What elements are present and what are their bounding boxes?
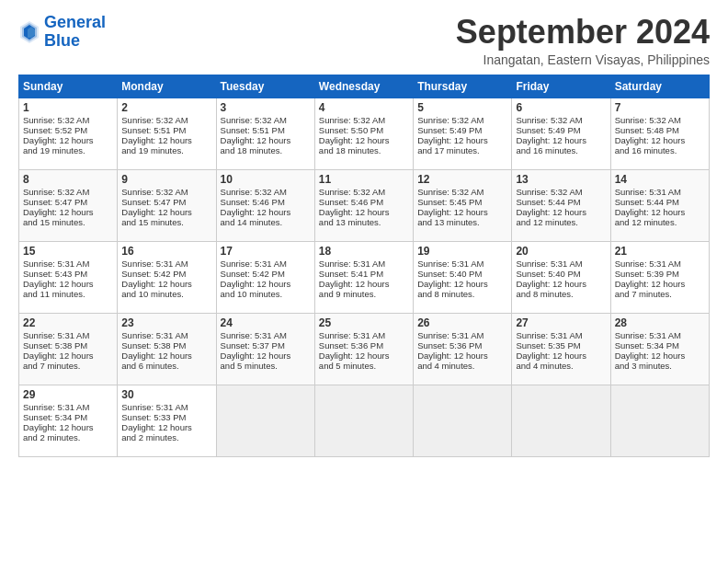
calendar-week-row: 22Sunrise: 5:31 AMSunset: 5:38 PMDayligh… bbox=[19, 313, 710, 385]
sunset-text: Sunset: 5:37 PM bbox=[221, 340, 311, 350]
sunset-text: Sunset: 5:40 PM bbox=[516, 269, 606, 279]
day-number: 29 bbox=[23, 388, 113, 401]
daylight-minutes: and 4 minutes. bbox=[417, 361, 507, 371]
day-number: 22 bbox=[23, 316, 113, 329]
calendar-table: Sunday Monday Tuesday Wednesday Thursday… bbox=[18, 75, 710, 457]
table-row: 5Sunrise: 5:32 AMSunset: 5:49 PMDaylight… bbox=[414, 98, 512, 169]
col-sunday: Sunday bbox=[19, 75, 118, 98]
calendar-header-row: Sunday Monday Tuesday Wednesday Thursday… bbox=[19, 75, 710, 98]
day-number: 13 bbox=[516, 173, 606, 186]
sunrise-text: Sunrise: 5:32 AM bbox=[23, 187, 113, 197]
daylight-minutes: and 19 minutes. bbox=[23, 145, 113, 155]
day-number: 21 bbox=[615, 245, 705, 258]
daylight-label: Daylight: 12 hours bbox=[23, 350, 113, 361]
sunset-text: Sunset: 5:40 PM bbox=[417, 269, 507, 279]
daylight-label: Daylight: 12 hours bbox=[615, 207, 705, 217]
calendar-week-row: 15Sunrise: 5:31 AMSunset: 5:43 PMDayligh… bbox=[19, 241, 710, 313]
daylight-label: Daylight: 12 hours bbox=[417, 350, 507, 361]
table-row: 4Sunrise: 5:32 AMSunset: 5:50 PMDaylight… bbox=[314, 98, 413, 169]
sunrise-text: Sunrise: 5:32 AM bbox=[516, 115, 606, 125]
sunset-text: Sunset: 5:51 PM bbox=[221, 125, 311, 135]
daylight-label: Daylight: 12 hours bbox=[121, 350, 211, 361]
sunrise-text: Sunrise: 5:32 AM bbox=[121, 115, 211, 125]
daylight-minutes: and 8 minutes. bbox=[417, 289, 507, 299]
sunrise-text: Sunrise: 5:31 AM bbox=[121, 330, 211, 340]
day-number: 30 bbox=[121, 388, 211, 401]
daylight-minutes: and 2 minutes. bbox=[121, 432, 211, 442]
day-number: 4 bbox=[319, 101, 409, 114]
daylight-label: Daylight: 12 hours bbox=[319, 135, 409, 145]
sunset-text: Sunset: 5:50 PM bbox=[319, 125, 409, 135]
daylight-label: Daylight: 12 hours bbox=[516, 279, 606, 289]
daylight-label: Daylight: 12 hours bbox=[516, 207, 606, 217]
sunrise-text: Sunrise: 5:31 AM bbox=[23, 402, 113, 412]
col-tuesday: Tuesday bbox=[216, 75, 314, 98]
sunset-text: Sunset: 5:41 PM bbox=[319, 269, 409, 279]
daylight-minutes: and 4 minutes. bbox=[516, 361, 606, 371]
daylight-label: Daylight: 12 hours bbox=[221, 207, 311, 217]
day-number: 10 bbox=[221, 173, 311, 186]
day-number: 16 bbox=[121, 245, 211, 258]
sunset-text: Sunset: 5:44 PM bbox=[615, 197, 705, 207]
table-row: 16Sunrise: 5:31 AMSunset: 5:42 PMDayligh… bbox=[118, 241, 216, 313]
day-number: 28 bbox=[615, 316, 705, 329]
daylight-minutes: and 9 minutes. bbox=[319, 289, 409, 299]
table-row: 24Sunrise: 5:31 AMSunset: 5:37 PMDayligh… bbox=[216, 313, 314, 385]
sunset-text: Sunset: 5:35 PM bbox=[516, 340, 606, 350]
daylight-label: Daylight: 12 hours bbox=[23, 135, 113, 145]
daylight-label: Daylight: 12 hours bbox=[417, 135, 507, 145]
daylight-label: Daylight: 12 hours bbox=[221, 279, 311, 289]
daylight-label: Daylight: 12 hours bbox=[23, 207, 113, 217]
table-row: 6Sunrise: 5:32 AMSunset: 5:49 PMDaylight… bbox=[512, 98, 610, 169]
sunrise-text: Sunrise: 5:31 AM bbox=[417, 259, 507, 269]
sunrise-text: Sunrise: 5:32 AM bbox=[417, 187, 507, 197]
table-row: 26Sunrise: 5:31 AMSunset: 5:36 PMDayligh… bbox=[414, 313, 512, 385]
day-number: 9 bbox=[121, 173, 211, 186]
daylight-minutes: and 18 minutes. bbox=[221, 145, 311, 155]
location-subtitle: Inangatan, Eastern Visayas, Philippines bbox=[456, 52, 710, 67]
daylight-minutes: and 15 minutes. bbox=[121, 217, 211, 227]
sunset-text: Sunset: 5:47 PM bbox=[121, 197, 211, 207]
daylight-minutes: and 6 minutes. bbox=[121, 361, 211, 371]
sunrise-text: Sunrise: 5:31 AM bbox=[121, 259, 211, 269]
daylight-label: Daylight: 12 hours bbox=[319, 279, 409, 289]
sunrise-text: Sunrise: 5:32 AM bbox=[121, 187, 211, 197]
day-number: 27 bbox=[516, 316, 606, 329]
day-number: 2 bbox=[121, 101, 211, 114]
day-number: 3 bbox=[221, 101, 311, 114]
table-row: 3Sunrise: 5:32 AMSunset: 5:51 PMDaylight… bbox=[216, 98, 314, 169]
table-row: 29Sunrise: 5:31 AMSunset: 5:34 PMDayligh… bbox=[19, 385, 118, 456]
table-row bbox=[314, 385, 413, 456]
day-number: 5 bbox=[417, 101, 507, 114]
daylight-label: Daylight: 12 hours bbox=[221, 135, 311, 145]
table-row: 19Sunrise: 5:31 AMSunset: 5:40 PMDayligh… bbox=[414, 241, 512, 313]
table-row: 11Sunrise: 5:32 AMSunset: 5:46 PMDayligh… bbox=[314, 169, 413, 241]
daylight-minutes: and 12 minutes. bbox=[615, 217, 705, 227]
sunrise-text: Sunrise: 5:31 AM bbox=[516, 330, 606, 340]
sunrise-text: Sunrise: 5:32 AM bbox=[319, 187, 409, 197]
day-number: 15 bbox=[23, 245, 113, 258]
sunrise-text: Sunrise: 5:31 AM bbox=[23, 259, 113, 269]
day-number: 20 bbox=[516, 245, 606, 258]
daylight-label: Daylight: 12 hours bbox=[221, 350, 311, 361]
sunset-text: Sunset: 5:52 PM bbox=[23, 125, 113, 135]
daylight-label: Daylight: 12 hours bbox=[516, 135, 606, 145]
table-row: 22Sunrise: 5:31 AMSunset: 5:38 PMDayligh… bbox=[19, 313, 118, 385]
table-row bbox=[216, 385, 314, 456]
sunset-text: Sunset: 5:42 PM bbox=[121, 269, 211, 279]
sunset-text: Sunset: 5:45 PM bbox=[417, 197, 507, 207]
sunrise-text: Sunrise: 5:32 AM bbox=[615, 115, 705, 125]
sunset-text: Sunset: 5:43 PM bbox=[23, 269, 113, 279]
sunrise-text: Sunrise: 5:31 AM bbox=[221, 259, 311, 269]
daylight-minutes: and 15 minutes. bbox=[23, 217, 113, 227]
daylight-label: Daylight: 12 hours bbox=[121, 422, 211, 432]
table-row: 9Sunrise: 5:32 AMSunset: 5:47 PMDaylight… bbox=[118, 169, 216, 241]
calendar-week-row: 1Sunrise: 5:32 AMSunset: 5:52 PMDaylight… bbox=[19, 98, 710, 169]
col-thursday: Thursday bbox=[414, 75, 512, 98]
daylight-label: Daylight: 12 hours bbox=[615, 279, 705, 289]
table-row bbox=[512, 385, 610, 456]
sunset-text: Sunset: 5:33 PM bbox=[121, 412, 211, 422]
table-row: 25Sunrise: 5:31 AMSunset: 5:36 PMDayligh… bbox=[314, 313, 413, 385]
daylight-minutes: and 11 minutes. bbox=[23, 289, 113, 299]
table-row: 2Sunrise: 5:32 AMSunset: 5:51 PMDaylight… bbox=[118, 98, 216, 169]
